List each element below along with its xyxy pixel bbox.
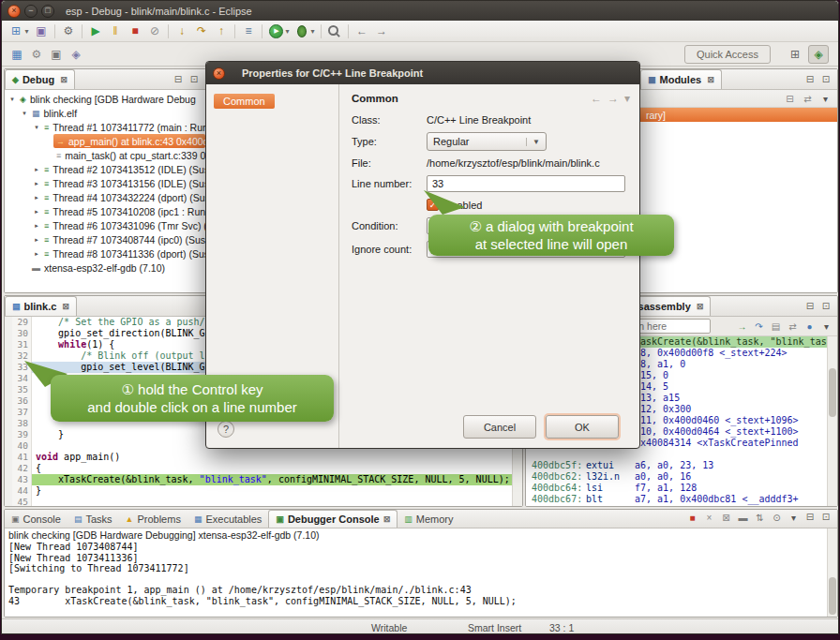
- step-return-icon[interactable]: ↑: [212, 22, 231, 40]
- search-icon[interactable]: [325, 22, 344, 40]
- debug-menu-icon[interactable]: ▾: [308, 22, 317, 40]
- code-line-text[interactable]: void app_main(): [32, 452, 522, 463]
- save-icon[interactable]: ▣: [32, 22, 51, 40]
- console-scrollbar[interactable]: [827, 528, 837, 617]
- code-line[interactable]: 43 xTaskCreate(&blink_task, "blink_task"…: [5, 474, 522, 485]
- debug-tree-row[interactable]: ▸ ≡ Thread #2 1073413512 (IDLE) (Susp: [5, 162, 205, 176]
- line-number[interactable]: 45: [12, 497, 32, 506]
- minimize-view-icon[interactable]: ⊟: [171, 72, 186, 85]
- scroll-lock-icon[interactable]: ⇅: [752, 511, 768, 525]
- collapse-all-icon[interactable]: ⊟: [782, 92, 798, 106]
- line-number[interactable]: 43: [12, 474, 32, 485]
- console-view-icon[interactable]: ▣: [47, 45, 66, 63]
- expander-icon[interactable]: ▸: [32, 250, 41, 258]
- expander-icon[interactable]: ▾: [8, 96, 17, 103]
- step-over-icon[interactable]: ↷: [192, 22, 211, 40]
- clear-console-icon[interactable]: ▬: [735, 511, 751, 525]
- asm-line[interactable]: bnone: [526, 505, 837, 506]
- disconnect-icon[interactable]: ⊘: [145, 22, 164, 40]
- window-titlebar[interactable]: × − □ esp - Debug - blink/main/blink.c -…: [2, 1, 838, 21]
- debug-tree-row[interactable]: ▸ ≡ Thread #7 1073408744 (ipc0) (Susp: [5, 232, 205, 246]
- link-with-editor-icon[interactable]: ⇄: [800, 92, 816, 106]
- minimize-view-icon[interactable]: ⊟: [802, 72, 818, 85]
- debug-tree-row[interactable]: ≡ main_task() at cpu_start.c:339 0x4: [5, 148, 205, 162]
- view-menu-icon[interactable]: ▾: [818, 320, 834, 334]
- code-line[interactable]: 44 }: [5, 485, 522, 497]
- disassembly-scrollbar-thumb[interactable]: [829, 368, 836, 417]
- tab-problems[interactable]: ▲ Problems ⊠: [119, 510, 188, 528]
- window-minimize-button[interactable]: −: [24, 5, 38, 18]
- window-close-button[interactable]: ×: [8, 5, 21, 18]
- line-number[interactable]: 37: [12, 407, 32, 418]
- tab-executables[interactable]: ▦ Executables ⊠: [188, 510, 268, 528]
- maximize-view-icon[interactable]: ⊡: [818, 511, 833, 524]
- back-icon[interactable]: ←: [591, 92, 602, 105]
- debug-tree-row[interactable]: ▸ ≡ Thread #4 1073432224 (dport) (Sus: [5, 190, 205, 204]
- tab-console[interactable]: ▣ Console ⊠: [5, 510, 68, 528]
- asm-line[interactable]: [526, 449, 837, 460]
- line-number[interactable]: 29: [12, 317, 32, 328]
- asm-line[interactable]: 400dbc67: blt a7, a1, 0x400dbc81 <__addd…: [526, 494, 837, 505]
- debug-tree-row[interactable]: ▸ ≡ Thread #3 1073413156 (IDLE) (Susp: [5, 176, 205, 190]
- tab-tasks[interactable]: ▤ Tasks ⊠: [68, 510, 119, 528]
- line-number[interactable]: 39: [12, 429, 32, 440]
- forward-icon[interactable]: →: [372, 22, 391, 40]
- asm-line[interactable]: 400dbc64: lsi f7, a1, 128: [526, 483, 837, 494]
- debug-tree-row[interactable]: ▾ ▦ blink.elf: [5, 106, 205, 120]
- separator[interactable]: [262, 24, 262, 38]
- view-menu-icon[interactable]: ▾: [818, 92, 833, 106]
- close-tab-icon[interactable]: ⊠: [383, 514, 391, 524]
- code-line-text[interactable]: {: [32, 463, 522, 474]
- dialog-titlebar[interactable]: × Properties for C/C++ Line Breakpoint: [206, 62, 639, 84]
- line-number[interactable]: 42: [12, 463, 32, 474]
- code-line[interactable]: 41 void app_main(): [5, 452, 522, 463]
- line-number[interactable]: 41: [12, 452, 32, 463]
- asm-line[interactable]: 400dbc62: l32i.n a0, a0, 16: [526, 471, 837, 483]
- line-number[interactable]: 31: [12, 339, 32, 350]
- instruction-stepping-icon[interactable]: ≡: [239, 22, 258, 40]
- resume-icon[interactable]: ▶: [86, 22, 105, 40]
- expander-icon[interactable]: ▸: [32, 166, 41, 173]
- debug-tree-row[interactable]: ▸ ≡ Thread #6 1073431096 (Tmr Svc) (S: [5, 218, 205, 232]
- minimize-view-icon[interactable]: ⊟: [802, 511, 818, 524]
- suspend-icon[interactable]: ‖: [106, 22, 125, 40]
- separator[interactable]: [54, 24, 55, 38]
- expander-icon[interactable]: ▸: [32, 180, 41, 187]
- cancel-button[interactable]: Cancel: [463, 415, 536, 439]
- expander-icon[interactable]: ▸: [32, 208, 41, 216]
- line-number[interactable]: 38: [12, 418, 32, 429]
- maximize-view-icon[interactable]: ⊡: [187, 72, 202, 85]
- window-maximize-button[interactable]: □: [41, 5, 54, 18]
- code-line[interactable]: 45: [5, 497, 522, 506]
- terminate-icon[interactable]: ■: [126, 22, 144, 40]
- debug-tree-row[interactable]: ▾ ≡ Thread #1 1073411772 (main : Runn: [5, 120, 205, 134]
- display-console-menu-icon[interactable]: ▾: [786, 511, 802, 525]
- code-line[interactable]: 42 {: [5, 463, 522, 474]
- expander-icon[interactable]: ▾: [32, 124, 41, 131]
- tab-debug[interactable]: ◈ Debug ⊠: [5, 69, 75, 89]
- maximize-view-icon[interactable]: ⊡: [818, 72, 833, 85]
- tab-blink-c[interactable]: ▤ blink.c ⊠: [5, 296, 77, 316]
- expander-icon[interactable]: ▾: [20, 110, 29, 117]
- close-tab-icon[interactable]: ⊠: [697, 302, 704, 311]
- tab-debugger-console[interactable]: ▣ Debugger Console ⊠: [268, 510, 398, 528]
- maximize-view-icon[interactable]: ⊡: [818, 299, 833, 312]
- code-line-text[interactable]: xTaskCreate(&blink_task, "blink_task", c…: [32, 474, 522, 485]
- jump-to-pc-icon[interactable]: →: [734, 320, 750, 334]
- dialog-close-button[interactable]: ×: [213, 67, 225, 80]
- expander-icon[interactable]: ▸: [32, 236, 41, 244]
- expander-icon[interactable]: ▸: [32, 222, 41, 230]
- pin-console-icon[interactable]: ⊙: [769, 511, 785, 525]
- build-icon[interactable]: ⚙: [27, 45, 46, 63]
- close-tab-icon[interactable]: ⊠: [62, 302, 69, 311]
- line-number[interactable]: 44: [12, 485, 32, 497]
- bookmark-icon[interactable]: ◈: [67, 45, 85, 63]
- toggle-breakpoint-icon[interactable]: ●: [802, 320, 818, 334]
- open-perspective-icon[interactable]: ⊞: [785, 45, 805, 64]
- quick-access-button[interactable]: Quick Access: [684, 45, 771, 64]
- minimize-view-icon[interactable]: ⊟: [802, 299, 818, 312]
- help-button[interactable]: ?: [218, 421, 234, 438]
- debug-tree-row[interactable]: ▾ ◈ blink checking [GDB Hardware Debug: [5, 92, 205, 106]
- expander-icon[interactable]: ▸: [32, 194, 41, 201]
- line-number[interactable]: 36: [12, 395, 32, 407]
